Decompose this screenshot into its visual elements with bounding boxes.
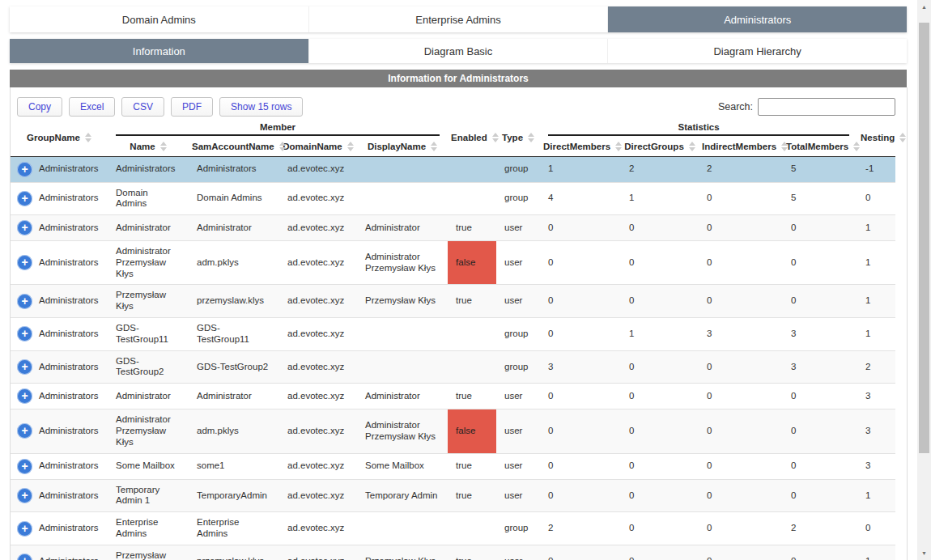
cell-dg: 0 <box>621 285 699 318</box>
cell-name: GDS-TestGroup2 <box>108 350 189 384</box>
cell-domain: ad.evotec.xyz <box>279 215 357 241</box>
expand-row-plus-icon[interactable]: + <box>17 459 32 474</box>
column-header-enabled[interactable]: Enabled <box>448 120 496 156</box>
cell-groupname: +Administrators <box>11 545 108 560</box>
vertical-scrollbar[interactable]: ▲ ▼ <box>917 0 931 560</box>
scrollbar-up-icon[interactable]: ▲ <box>917 0 931 14</box>
excel-button[interactable]: Excel <box>69 97 115 117</box>
search-input[interactable] <box>758 98 895 116</box>
table-body: +AdministratorsAdministratorsAdministrat… <box>11 156 895 560</box>
cell-groupname: +Administrators <box>11 156 108 182</box>
cell-enabled: true <box>448 215 496 241</box>
column-label: SamAccountName <box>192 142 274 151</box>
scrollbar-down-icon[interactable]: ▼ <box>917 546 931 560</box>
table-row[interactable]: +AdministratorsGDS-TestGroup11GDS-TestGr… <box>11 318 895 351</box>
column-header-displayname[interactable]: DisplayName <box>357 138 448 156</box>
expand-row-plus-icon[interactable]: + <box>17 255 32 270</box>
expand-row-plus-icon[interactable]: + <box>17 388 32 404</box>
show-rows-button[interactable]: Show 15 rows <box>219 97 303 117</box>
column-header-nesting[interactable]: Nesting <box>857 120 895 156</box>
table-row[interactable]: +AdministratorsEnterprise AdminsEnterpri… <box>11 512 895 545</box>
groupname-value: Administrators <box>39 257 99 269</box>
sort-icon <box>85 133 91 142</box>
cell-nesting: 1 <box>857 545 895 560</box>
table-row[interactable]: +AdministratorsAdministratorAdministrato… <box>11 384 895 409</box>
column-header-totalmembers[interactable]: TotalMembers <box>783 138 857 156</box>
column-header-type[interactable]: Type <box>496 120 540 156</box>
expand-row-plus-icon[interactable]: + <box>17 423 32 439</box>
cell-type: user <box>496 545 540 560</box>
expand-row-plus-icon[interactable]: + <box>17 294 32 309</box>
sub-tab-bar: Information Diagram Basic Diagram Hierar… <box>10 39 907 63</box>
cell-nesting: 2 <box>857 350 895 384</box>
cell-dm: 0 <box>540 241 621 285</box>
subtab-information[interactable]: Information <box>10 39 309 63</box>
table-row[interactable]: +AdministratorsAdministrator Przemysław … <box>11 241 895 285</box>
cell-sam: przemyslaw.klys <box>189 545 279 560</box>
tab-enterprise-admins[interactable]: Enterprise Admins <box>309 6 609 32</box>
scrollbar-thumb[interactable] <box>919 23 929 453</box>
column-header-name[interactable]: Name <box>108 138 189 156</box>
copy-button[interactable]: Copy <box>17 97 62 117</box>
pdf-button[interactable]: PDF <box>171 97 213 117</box>
subtab-diagram-hierarchy[interactable]: Diagram Hierarchy <box>608 39 907 63</box>
expand-row-plus-icon[interactable]: + <box>17 220 32 235</box>
sort-icon <box>853 142 860 151</box>
cell-sam: Enterprise Admins <box>189 512 279 545</box>
column-label: IndirectMembers <box>702 142 776 151</box>
cell-dg: 0 <box>621 215 699 241</box>
column-group-statistics: Statistics <box>540 120 857 138</box>
cell-enabled <box>448 318 496 351</box>
cell-nesting: 3 <box>857 384 895 409</box>
expand-row-plus-icon[interactable]: + <box>17 326 32 342</box>
cell-tm: 0 <box>783 409 857 453</box>
cell-groupname: +Administrators <box>11 512 108 545</box>
cell-type: group <box>496 318 540 351</box>
tab-domain-admins[interactable]: Domain Admins <box>10 6 309 32</box>
subtab-diagram-basic[interactable]: Diagram Basic <box>309 39 609 63</box>
expand-row-plus-icon[interactable]: + <box>17 488 32 503</box>
csv-button[interactable]: CSV <box>121 97 164 117</box>
cell-dg: 0 <box>621 241 699 285</box>
cell-sam: GDS-TestGroup2 <box>189 350 279 384</box>
cell-groupname: +Administrators <box>11 409 108 453</box>
tab-administrators[interactable]: Administrators <box>608 6 907 32</box>
table-row[interactable]: +AdministratorsPrzemysław Kłysprzemyslaw… <box>11 285 895 318</box>
cell-name: Domain Admins <box>108 182 189 215</box>
cell-type: user <box>496 215 540 241</box>
table-row[interactable]: +AdministratorsGDS-TestGroup2GDS-TestGro… <box>11 350 895 384</box>
table-row[interactable]: +AdministratorsDomain AdminsDomain Admin… <box>11 182 895 215</box>
cell-name: Administrator Przemysław Kłys <box>108 409 189 453</box>
column-label: Type <box>502 133 523 142</box>
expand-row-plus-icon[interactable]: + <box>17 191 32 206</box>
cell-groupname: +Administrators <box>11 285 108 318</box>
table-row[interactable]: +AdministratorsTemporary Admin 1Temporar… <box>11 479 895 512</box>
column-header-directgroups[interactable]: DirectGroups <box>621 138 699 156</box>
cell-name: Temporary Admin 1 <box>108 479 189 512</box>
cell-nesting: 1 <box>857 241 895 285</box>
cell-tm: 0 <box>783 479 857 512</box>
expand-row-plus-icon[interactable]: + <box>17 162 32 177</box>
table-row[interactable]: +AdministratorsAdministrator Przemysław … <box>11 409 895 453</box>
column-header-samaccountname[interactable]: SamAccountName <box>189 138 279 156</box>
expand-row-plus-icon[interactable]: + <box>17 554 32 560</box>
column-header-domainname[interactable]: DomainName <box>279 138 357 156</box>
cell-dm: 0 <box>540 318 621 351</box>
table-row[interactable]: +AdministratorsAdministratorsAdministrat… <box>11 156 895 182</box>
table-row[interactable]: +AdministratorsPrzemysław Kłysprzemyslaw… <box>11 545 895 560</box>
cell-dg: 1 <box>621 318 699 351</box>
expand-row-plus-icon[interactable]: + <box>17 521 32 537</box>
table-row[interactable]: +AdministratorsSome Mailboxsome1ad.evote… <box>11 453 895 479</box>
cell-type: group <box>496 512 540 545</box>
groupname-value: Administrators <box>39 223 99 234</box>
column-header-groupname[interactable]: GroupName <box>11 120 108 156</box>
cell-display: Administrator <box>357 215 448 241</box>
cell-display: Temporary Admin <box>357 479 448 512</box>
table-row[interactable]: +AdministratorsAdministratorAdministrato… <box>11 215 895 241</box>
cell-dm: 0 <box>540 384 621 409</box>
cell-dm: 0 <box>540 453 621 479</box>
column-header-directmembers[interactable]: DirectMembers <box>540 138 621 156</box>
column-header-indirectmembers[interactable]: IndirectMembers <box>699 138 783 156</box>
expand-row-plus-icon[interactable]: + <box>17 359 32 375</box>
cell-nesting: -1 <box>857 156 895 182</box>
